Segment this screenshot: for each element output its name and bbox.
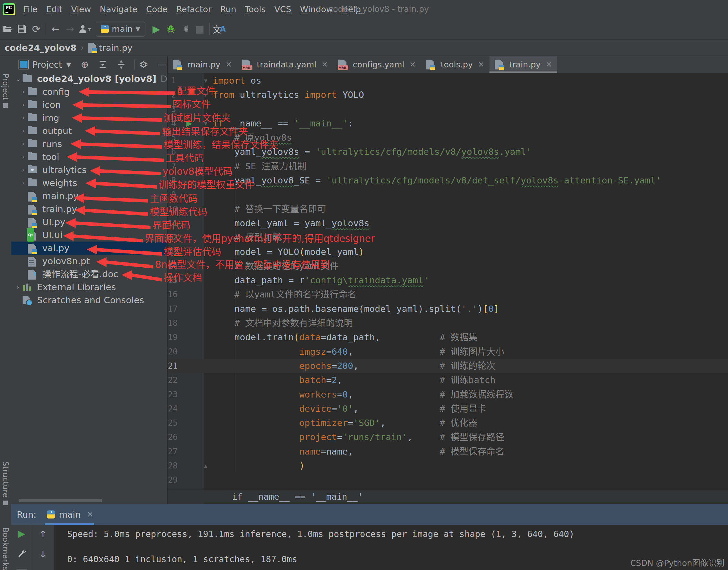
code-line-16[interactable]: 16 # 以yaml文件的名字进行命名 (168, 287, 728, 301)
breadcrumb-file[interactable]: train.py (99, 43, 133, 53)
collapse-all-icon[interactable] (117, 60, 126, 69)
breadcrumb-project[interactable]: code24_yolov8 (5, 43, 76, 53)
tree-root-row[interactable]: ⌄code24_yolov8[yolov8]D:\lg\Bai (11, 72, 167, 85)
menu-code[interactable]: Code (142, 0, 172, 18)
run-console[interactable]: Speed: 5.0ms preprocess, 191.1ms inferen… (54, 525, 728, 570)
chevron-expanded-icon[interactable]: ⌄ (14, 72, 23, 85)
menu-tools[interactable]: Tools (241, 0, 270, 18)
code-line-15[interactable]: 15 data_path = r'config\traindata.yaml' (168, 273, 728, 287)
chevron-collapsed-icon[interactable]: › (19, 111, 28, 124)
wrench-icon[interactable] (17, 547, 27, 558)
tree-item-config[interactable]: ›config (11, 85, 167, 98)
stripe-tab-project[interactable]: Project (0, 73, 11, 108)
tree-item-UI.ui[interactable]: QtUI.ui (11, 229, 167, 242)
code-line-26[interactable]: 26 project='runs/train', # 模型保存路径 (168, 430, 728, 444)
code-line-20[interactable]: 20 imgsz=640, # 训练图片大小 (168, 345, 728, 359)
chevron-collapsed-icon[interactable]: › (19, 137, 28, 151)
code-line-7[interactable]: 7 # SE 注意力机制 (168, 159, 728, 173)
close-icon[interactable]: ✕ (478, 60, 484, 69)
hide-panel-icon[interactable]: — (158, 59, 167, 70)
tree-item-external-libraries[interactable]: ›External Libraries (11, 281, 167, 294)
chevron-collapsed-icon[interactable]: › (19, 85, 28, 98)
tree-item-ultralytics[interactable]: ›ultralytics (11, 164, 167, 177)
tree-item-output[interactable]: ›output (11, 124, 167, 137)
code-line-22[interactable]: 22 batch=2, # 训练batch (168, 373, 728, 387)
tree-item-main.py[interactable]: main.py (11, 190, 167, 203)
code-line-25[interactable]: 25 optimizer='SGD', # 优化器 (168, 416, 728, 430)
run-button[interactable]: ▶ (149, 21, 164, 37)
translate-icon[interactable]: 文A (212, 21, 226, 37)
open-icon[interactable] (0, 21, 14, 37)
menu-edit[interactable]: Edit (42, 0, 67, 18)
code-line-23[interactable]: 23 workers=0, # 加载数据线程数 (168, 387, 728, 401)
horizontal-scrollbar[interactable] (19, 499, 102, 502)
menu-run[interactable]: Run (216, 0, 241, 18)
run-tab-main[interactable]: main ✕ (44, 504, 96, 525)
menu-file[interactable]: File (19, 0, 42, 18)
debug-button[interactable] (164, 21, 178, 37)
code-line-21[interactable]: 21 epochs=200, # 训练的轮次 (168, 359, 728, 373)
close-icon[interactable]: ✕ (87, 510, 93, 519)
tree-item-UI.py[interactable]: UI.py (11, 216, 167, 229)
editor-tab-main.py[interactable]: main.py✕ (168, 56, 237, 73)
fold-marker-icon[interactable]: ▴ (204, 459, 207, 473)
up-arrow-icon[interactable]: ↑ (39, 528, 47, 541)
down-arrow-icon[interactable]: ↓ (39, 548, 47, 561)
stripe-tab-bookmarks[interactable]: Bookmarks (0, 527, 11, 570)
code-line-11[interactable]: 11 model_yaml = yaml_yolov8s (168, 216, 728, 230)
rerun-button[interactable]: ▶ (18, 528, 25, 539)
save-icon[interactable] (14, 21, 29, 37)
gear-icon[interactable]: ⚙ (139, 59, 148, 70)
tree-item-runs[interactable]: ›runs (11, 137, 167, 151)
chevron-collapsed-icon[interactable]: › (19, 151, 28, 164)
code-line-29[interactable]: 29 (168, 473, 728, 487)
code-line-13[interactable]: 13 model = YOLO(model_yaml) (168, 245, 728, 259)
locate-file-icon[interactable]: ⊕ (81, 59, 89, 70)
chevron-collapsed-icon[interactable]: › (19, 98, 28, 111)
tree-item-scratches-and-consoles[interactable]: Scratches and Consoles (11, 294, 167, 307)
chevron-collapsed-icon[interactable]: › (19, 177, 28, 190)
tree-item-tool[interactable]: ›tool (11, 151, 167, 164)
stripe-tab-structure[interactable]: Structure (0, 461, 11, 505)
close-icon[interactable]: ✕ (546, 60, 552, 69)
code-line-19[interactable]: 19 model.train(data=data_path, # 数据集 (168, 330, 728, 344)
tree-item-train.py[interactable]: train.py (11, 203, 167, 216)
code-line-2[interactable]: 2▾from ultralytics import YOLO (168, 88, 728, 102)
close-icon[interactable]: ✕ (321, 60, 328, 69)
menu-refactor[interactable]: Refactor (172, 0, 216, 18)
expand-all-icon[interactable] (98, 60, 107, 69)
tree-item-val.py[interactable]: val.py (11, 242, 167, 255)
close-icon[interactable]: ✕ (410, 60, 416, 69)
code-line-17[interactable]: 17 name = os.path.basename(model_yaml).s… (168, 302, 728, 316)
code-line-4[interactable]: 4▶▾if __name__ == '__main__': (168, 116, 728, 130)
chevron-collapsed-icon[interactable]: › (19, 124, 28, 137)
user-icon[interactable]: ▾ (77, 21, 92, 37)
editor-tab-tools.py[interactable]: tools.py✕ (421, 56, 489, 73)
run-configuration-select[interactable]: main ▼ (96, 21, 145, 37)
project-panel-title[interactable]: Project (32, 60, 62, 70)
tree-item-img[interactable]: ›img (11, 111, 167, 124)
menu-vcs[interactable]: VCS (270, 0, 296, 18)
code-editor[interactable]: 1▾import os2▾from ultralytics import YOL… (168, 73, 728, 504)
code-line-3[interactable]: 3 (168, 102, 728, 116)
chevron-collapsed-icon[interactable]: › (14, 281, 23, 294)
code-line-10[interactable]: 10 # 替换一下变量名即可 (168, 202, 728, 216)
menu-view[interactable]: View (67, 0, 95, 18)
chevron-down-icon[interactable]: ▼ (66, 61, 71, 68)
code-line-28[interactable]: 28▴ ) (168, 459, 728, 473)
editor-tab-traindata.yaml[interactable]: YMLtraindata.yaml✕ (237, 56, 333, 73)
editor-tab-configs.yaml[interactable]: YMLconfigs.yaml✕ (333, 56, 421, 73)
editor-tab-train.py[interactable]: train.py✕ (489, 56, 557, 73)
chevron-collapsed-icon[interactable]: › (19, 164, 28, 177)
back-icon[interactable]: ← (48, 21, 63, 37)
code-line-1[interactable]: 1▾import os (168, 73, 728, 88)
code-line-24[interactable]: 24 device='0', # 使用显卡 (168, 401, 728, 416)
tree-item-yolov8n.pt[interactable]: yolov8n.pt (11, 255, 167, 268)
tree-item-操作流程-必看.doc[interactable]: ?操作流程-必看.doc (11, 268, 167, 281)
menu-navigate[interactable]: Navigate (95, 0, 142, 18)
tree-item-weights[interactable]: ›weights (11, 177, 167, 190)
close-icon[interactable]: ✕ (226, 60, 232, 69)
code-line-18[interactable]: 18 # 文档中对参数有详细的说明 (168, 316, 728, 330)
code-line-27[interactable]: 27 name=name, # 模型保存命名 (168, 445, 728, 459)
tree-item-icon[interactable]: ›icon (11, 98, 167, 111)
